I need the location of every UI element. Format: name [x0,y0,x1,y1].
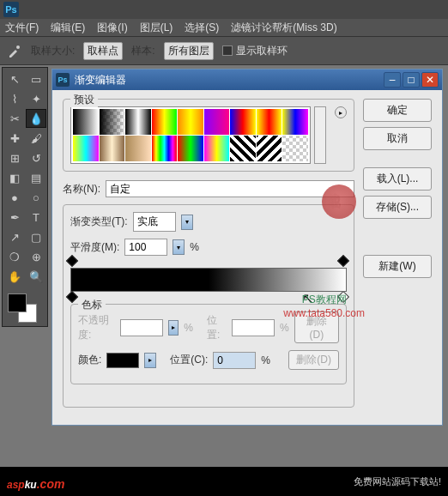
color-box[interactable] [106,353,139,368]
titlebar[interactable]: Ps 渐变编辑器 – □ ✕ [52,70,442,90]
dialog-title: 渐变编辑器 [75,73,126,88]
type-select[interactable]: 实底 [133,212,176,232]
minimize-button[interactable]: – [384,72,401,88]
stops-legend: 色标 [78,298,106,312]
smooth-input[interactable] [124,239,167,256]
color-stop[interactable] [68,293,78,303]
preset-swatch[interactable] [230,109,256,135]
gradient-fieldset: 渐变类型(T): 实底 ▾ 平滑度(M): ▾ % [63,204,354,408]
delete-button: 删除(D) [288,350,339,370]
path-tool[interactable]: ↗ [4,227,25,246]
gradient-rail[interactable]: ↖ [70,268,347,292]
show-ring[interactable]: 显示取样环 [222,44,288,58]
load-button[interactable]: 载入(L)... [363,167,432,191]
heal-tool[interactable]: ✚ [4,129,25,148]
blur-tool[interactable]: ● [4,188,25,207]
menu-select[interactable]: 选择(S) [185,21,219,35]
delete-button: 删除(D) [294,312,339,343]
shape-tool[interactable]: ▢ [26,227,46,246]
fg-color[interactable] [8,293,27,312]
menu-file[interactable]: 文件(F) [5,21,39,35]
app-header: Ps [0,0,448,19]
menu-image[interactable]: 图像(I) [97,21,127,35]
preset-swatch[interactable] [73,109,99,135]
close-button[interactable]: ✕ [421,72,439,88]
preset-swatch[interactable] [100,136,125,161]
ok-button[interactable]: 确定 [363,99,432,122]
preset-swatch[interactable] [100,109,125,135]
preset-swatch[interactable] [178,109,203,135]
color-swatch[interactable] [4,290,46,324]
preset-menu-button[interactable]: ▸ [335,106,347,118]
pen-tool[interactable]: ✒ [4,208,25,227]
preset-swatch[interactable] [257,109,282,135]
preset-swatch[interactable] [282,109,308,135]
dropdown-icon[interactable]: ▾ [173,239,185,255]
ps-icon: Ps [56,73,70,87]
preset-swatch[interactable] [257,136,282,161]
move-tool[interactable]: ↖ [4,70,25,88]
name-input[interactable] [106,180,354,197]
gradient-editor[interactable]: ↖ [70,268,347,292]
sample-size-select[interactable]: 取样点 [83,42,123,60]
gradient-tool[interactable]: ▤ [26,168,46,187]
sample-select[interactable]: 所有图层 [164,42,214,60]
history-brush-tool[interactable]: ↺ [26,148,46,167]
cancel-button[interactable]: 取消 [363,127,432,150]
3d-tool[interactable]: ❍ [4,247,25,266]
dropdown-icon[interactable]: ▸ [144,353,156,368]
footer-text: 免费网站源码下载站! [354,475,441,488]
gradient-editor-dialog: Ps 渐变编辑器 – □ ✕ 预设 [51,69,443,426]
stamp-tool[interactable]: ⊞ [4,148,25,167]
brush-tool[interactable]: 🖌 [26,129,46,148]
checkbox-icon[interactable] [222,45,233,56]
gradient-bar [71,269,346,291]
wand-tool[interactable]: ✦ [26,89,46,108]
type-label: 渐变类型(T): [70,215,128,229]
presets-legend: 预设 [70,93,98,107]
eyedropper-tool[interactable]: 💧 [26,109,46,128]
pos-input [232,319,275,336]
preset-swatch[interactable] [230,136,256,161]
preset-swatch[interactable] [204,136,230,161]
maximize-button[interactable]: □ [403,72,420,88]
save-button[interactable]: 存储(S)... [363,196,432,219]
preset-grid[interactable] [70,106,311,164]
opacity-label: 不透明度: [78,313,115,342]
sample-size-label: 取样大小: [31,44,75,58]
pos2-label: 位置(C): [170,353,208,367]
preset-swatch[interactable] [204,109,230,135]
preset-scrollbar[interactable] [314,106,326,164]
preset-swatch[interactable] [125,136,151,161]
opacity-stop[interactable] [339,257,349,267]
preset-swatch[interactable] [152,109,178,135]
eyedropper-icon [7,43,22,58]
marquee-tool[interactable]: ▭ [26,70,46,88]
preset-swatch[interactable] [152,136,178,161]
opacity-input [120,319,163,336]
dropdown-icon[interactable]: ▾ [181,215,193,230]
menu-edit[interactable]: 编辑(E) [51,21,85,35]
3d-cam-tool[interactable]: ⊕ [26,247,46,266]
lasso-tool[interactable]: ⌇ [4,89,25,108]
menu-extra[interactable]: 滤镜讨论帮析(Miss 3D) [231,21,336,35]
zoom-tool[interactable]: 🔍 [26,267,46,286]
hand-tool[interactable]: ✋ [4,267,25,286]
dropdown-icon: ▸ [168,320,179,336]
crop-tool[interactable]: ✂ [4,109,25,128]
sample-label: 样本: [131,44,154,58]
preset-swatch[interactable] [282,136,308,161]
ps-logo-icon: Ps [3,2,19,17]
menu-layer[interactable]: 图层(L) [140,21,173,35]
pos2-input[interactable] [213,352,256,369]
new-button[interactable]: 新建(W) [363,255,432,278]
opacity-stop[interactable] [68,257,78,267]
color-stop[interactable] [339,293,349,303]
preset-swatch[interactable] [125,109,151,135]
type-tool[interactable]: T [26,208,46,227]
preset-swatch[interactable] [178,136,203,161]
pct-label: % [190,241,199,253]
eraser-tool[interactable]: ◧ [4,168,25,187]
preset-swatch[interactable] [73,136,99,161]
dodge-tool[interactable]: ○ [26,188,46,207]
